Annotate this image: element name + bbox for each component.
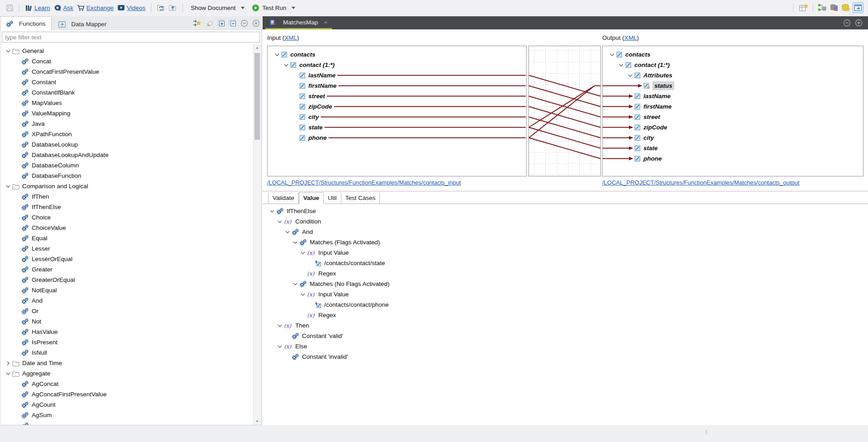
tab-value[interactable]: Value (299, 192, 324, 204)
scrollbar-thumb[interactable] (254, 53, 260, 140)
value-node-constant-valid-[interactable]: Constant 'valid' (268, 331, 868, 341)
output-node-firstname[interactable]: firstName (603, 101, 863, 112)
function-item-databaselookupandupdate[interactable]: DatabaseLookupAndUpdate (0, 150, 254, 160)
minimize-editor-icon[interactable] (843, 19, 851, 28)
input-node-phone[interactable]: phone (268, 133, 526, 143)
tab-data-mapper[interactable]: Data Mapper (53, 18, 112, 31)
perspective-icon[interactable] (853, 2, 863, 13)
clear-filter-icon[interactable] (206, 19, 214, 28)
function-item-java[interactable]: Java (0, 119, 254, 129)
function-item-ispresent[interactable]: IsPresent (0, 337, 254, 347)
function-item-isnull[interactable]: IsNull (0, 347, 254, 358)
function-item-lesserorequal[interactable]: LesserOrEqual (0, 254, 254, 264)
function-item-not[interactable]: Not (0, 316, 254, 327)
scrollbar[interactable]: ▲ ▼ (253, 44, 261, 425)
chevron-down-icon[interactable] (273, 51, 281, 58)
tab-util[interactable]: Util (324, 193, 341, 204)
tab-validate[interactable]: Validate (268, 193, 299, 204)
refresh-folder-icon[interactable] (168, 3, 178, 13)
input-node-street[interactable]: street (268, 91, 526, 101)
chevron-down-icon[interactable] (4, 183, 12, 190)
function-item-agsum[interactable]: AgSum (0, 410, 254, 420)
function-item-choicevalue[interactable]: ChoiceValue (0, 223, 254, 233)
input-node-contact[interactable]: contact (1:*) (268, 60, 526, 70)
function-item-agconcatfirstpresentvalue[interactable]: AgConcatFirstPresentValue (0, 389, 254, 399)
close-tab-icon[interactable]: × (324, 19, 327, 26)
value-node-and[interactable]: And (268, 227, 868, 237)
value-node-constant-invalid-[interactable]: Constant 'invalid' (268, 352, 868, 362)
chevron-down-icon[interactable] (276, 322, 284, 329)
function-item-agconcat[interactable]: AgConcat (0, 379, 254, 389)
output-node-zipcode[interactable]: zipCode (603, 122, 863, 133)
function-item-hasvalue[interactable]: HasValue (0, 327, 254, 337)
category-general[interactable]: General (0, 46, 254, 56)
output-node-state[interactable]: state (603, 143, 863, 153)
category-aggregate[interactable]: Aggregate (0, 368, 254, 379)
tab-test-cases[interactable]: Test Cases (341, 193, 380, 204)
database-report-icon[interactable] (829, 3, 839, 13)
save-icon[interactable] (5, 3, 14, 13)
input-node-zipcode[interactable]: zipCode (268, 101, 526, 112)
function-item-greaterorequal[interactable]: GreaterOrEqual (0, 275, 254, 285)
collapse-all-icon[interactable] (229, 19, 236, 28)
function-item-xpathfunction[interactable]: XPathFunction (0, 129, 254, 139)
input-structure-link[interactable]: /LOCAL_PROJECT/Structures/FunctionExampl… (267, 179, 461, 186)
chevron-down-icon[interactable] (4, 370, 12, 377)
input-node-state[interactable]: state (268, 122, 526, 133)
output-node-city[interactable]: city (603, 133, 863, 143)
function-item-ifthen[interactable]: IfThen (0, 191, 254, 202)
chevron-down-icon[interactable] (299, 249, 307, 257)
mapping-canvas[interactable] (528, 46, 601, 176)
chevron-down-icon[interactable] (291, 239, 299, 246)
input-xml-link[interactable]: XML (284, 34, 297, 41)
function-item-choice[interactable]: Choice (0, 212, 254, 223)
output-node-contact[interactable]: contact (1:*) (603, 60, 863, 70)
input-node-firstname[interactable]: firstName (268, 81, 526, 91)
value-node-input-value[interactable]: (x)Input Value (268, 247, 868, 258)
link-with-editor-icon[interactable] (193, 19, 201, 29)
function-item-constantifblank[interactable]: ConstantIfBlank (0, 87, 254, 98)
show-document-menu[interactable]: Show Document (191, 5, 245, 11)
chevron-down-icon[interactable] (282, 62, 290, 69)
output-node-lastname[interactable]: lastName (603, 91, 863, 101)
function-item-concat[interactable]: Concat (0, 56, 254, 67)
function-item-concatfirstpresentvalue[interactable]: ConcatFirstPresentValue (0, 67, 254, 77)
chevron-down-icon[interactable] (276, 343, 284, 350)
value-node--contacts-contact-state[interactable]: /contacts/contact/state (268, 258, 868, 268)
category-date-and-time[interactable]: Date and Time (0, 358, 254, 368)
value-node-then[interactable]: (x)Then (268, 320, 868, 331)
value-node-ifthenelse[interactable]: IfThenElse (268, 206, 868, 216)
expand-all-icon[interactable] (218, 19, 225, 28)
test-run-button[interactable]: Test Run (252, 4, 295, 12)
input-node-city[interactable]: city (268, 112, 526, 122)
output-node-phone[interactable]: phone (603, 153, 863, 164)
exchange-link[interactable]: Exchange (77, 5, 114, 11)
function-item-and[interactable]: And (0, 295, 254, 306)
function-item-agcount[interactable]: AgCount (0, 399, 254, 410)
sash-drag-handle[interactable]: ⁞ (705, 429, 708, 436)
value-node--contacts-contact-phone[interactable]: /contacts/contact/phone (268, 299, 868, 310)
chevron-down-icon[interactable] (291, 280, 299, 288)
chevron-right-icon[interactable] (4, 360, 12, 367)
database-star-icon[interactable] (841, 3, 851, 13)
function-item-databasefunction[interactable]: DatabaseFunction (0, 171, 254, 181)
learn-link[interactable]: Learn (25, 5, 50, 11)
chevron-down-icon[interactable] (268, 208, 276, 215)
filter-input[interactable] (2, 33, 259, 42)
output-node-street[interactable]: street (603, 112, 863, 122)
value-node-matches-flags-activated-[interactable]: Matches (Flags Activated) (268, 237, 868, 247)
chevron-down-icon[interactable] (299, 291, 307, 298)
output-node-contacts[interactable]: contacts (603, 49, 863, 60)
category-comparison-and-logical[interactable]: Comparison and Logical (0, 181, 254, 191)
function-item-equal[interactable]: Equal (0, 233, 254, 243)
function-item-constant[interactable]: Constant (0, 77, 254, 87)
chevron-down-icon[interactable] (4, 48, 12, 55)
value-node-input-value[interactable]: (x)Input Value (268, 289, 868, 299)
chevron-down-icon[interactable] (626, 72, 634, 79)
value-node-else[interactable]: (x)Else (268, 341, 868, 352)
output-node-status[interactable]: status (603, 81, 863, 91)
scroll-down-arrow[interactable]: ▼ (254, 418, 261, 425)
value-node-matches-no-flags-activated-[interactable]: Matches (No Flags Activated) (268, 279, 868, 289)
function-item-databaselookup[interactable]: DatabaseLookup (0, 139, 254, 150)
function-item-ifthenelse[interactable]: IfThenElse (0, 202, 254, 212)
